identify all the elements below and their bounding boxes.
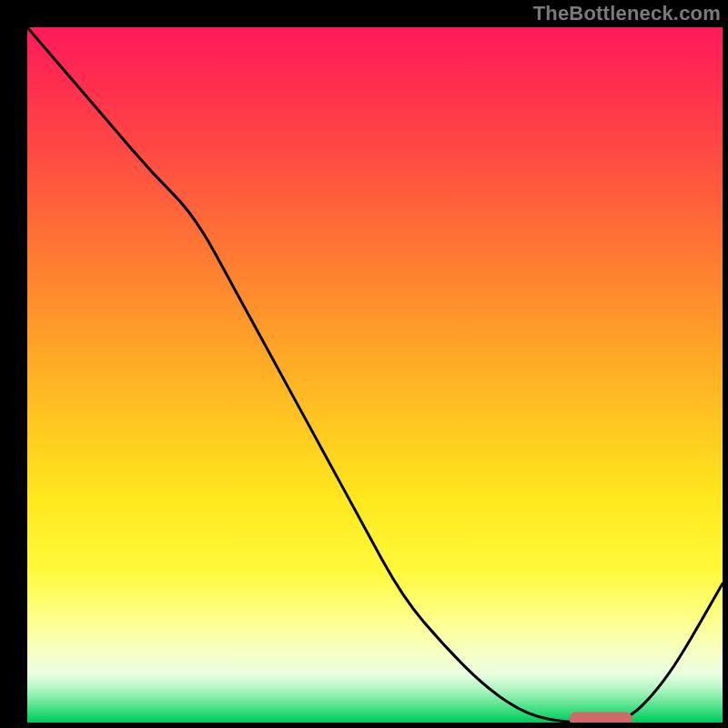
optimal-range-marker (27, 27, 723, 723)
chart-frame: TheBottleneck.com (0, 0, 728, 728)
watermark-text: TheBottleneck.com (533, 2, 721, 25)
plot-area (27, 27, 723, 723)
svg-rect-0 (570, 713, 632, 723)
